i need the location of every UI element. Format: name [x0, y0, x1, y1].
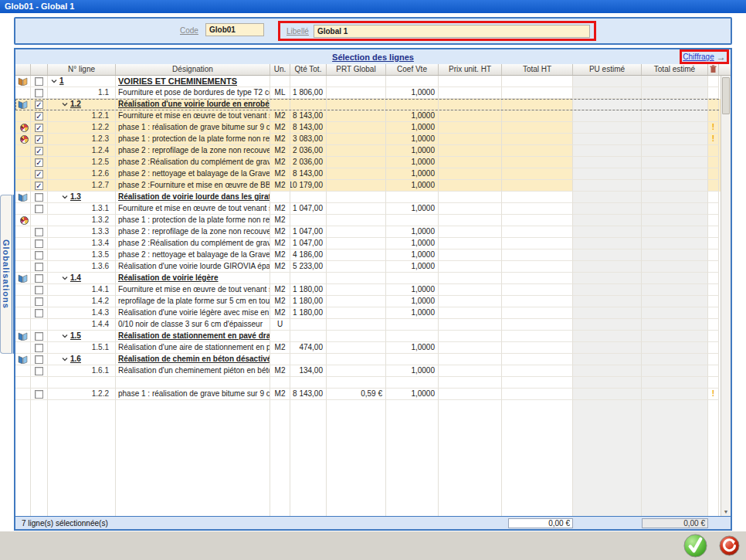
table-row[interactable]: 1.3.4phase 2 :Réalisation du complément … [15, 238, 731, 249]
table-row[interactable]: ✓1.2.6phase 2 : nettoyage et balayage de… [15, 168, 731, 180]
table-row[interactable]: 1.3Réalisation de voirie lourde dans les… [15, 192, 731, 203]
table-row[interactable]: 1.4.3Réalisation d'une voirie légère ave… [15, 307, 731, 319]
column-header-prt-global[interactable]: PRT Global [327, 64, 386, 75]
row-checkbox[interactable]: ✓ [35, 158, 43, 167]
row-checkbox[interactable] [35, 263, 43, 271]
row-checkbox[interactable] [35, 332, 43, 341]
row-checkbox[interactable] [35, 274, 43, 283]
cancel-button[interactable] [719, 535, 740, 556]
table-row[interactable]: ✓1.2.1Fourniture et mise en œuvre de tou… [15, 110, 731, 122]
book-icon [18, 76, 28, 86]
total-ht-field[interactable]: 0,00 € [508, 518, 573, 528]
table-row[interactable]: ✓1.2.4phase 2 : reprofilage de la zone n… [15, 145, 731, 157]
lines-grid: N° ligne Désignation Un. Qté Tot. PRT Gl… [15, 64, 731, 516]
vertical-scrollbar[interactable]: ▲ ▼ [721, 76, 731, 516]
globalisations-side-tab[interactable]: Globalisations [0, 195, 14, 354]
table-row[interactable]: 1.5Réalisation de stationnement en pavé … [15, 331, 731, 342]
row-checkbox[interactable] [35, 390, 43, 399]
line-number: 1.1 [48, 87, 115, 98]
pu-estime-cell [573, 226, 642, 238]
column-header-unite[interactable]: Un. [270, 64, 290, 75]
pu-estime-cell [573, 296, 642, 307]
column-header-prix-unit-ht[interactable]: Prix unit. HT [439, 64, 502, 75]
row-checkbox[interactable] [35, 228, 43, 236]
row-checkbox[interactable] [35, 205, 43, 213]
line-number: 1.3 [70, 192, 81, 202]
table-row[interactable]: ✓1.2.7phase 2 :Fourniture et mise en œuv… [15, 180, 731, 192]
row-checkbox-cell: ✓ [31, 157, 48, 168]
expand-icon[interactable] [62, 195, 68, 199]
row-checkbox[interactable] [35, 193, 43, 202]
chiffrage-link[interactable]: Chiffrage [683, 53, 714, 61]
table-row[interactable]: 1.6Réalisation de chemin en béton désact… [15, 354, 731, 365]
row-checkbox[interactable] [35, 297, 43, 306]
row-checkbox[interactable]: ✓ [35, 100, 43, 109]
row-checkbox-cell [31, 226, 48, 238]
expand-icon[interactable] [62, 357, 68, 361]
table-row[interactable]: 1.6.1Réalisation d'un cheminement piéton… [15, 365, 731, 377]
table-row[interactable]: 1.3.6Réalisation d'une voirie lourde GIR… [15, 261, 731, 273]
table-row[interactable]: 1.2.2phase 1 : réalisation de grave bitu… [15, 389, 731, 400]
column-header-pu-estime[interactable]: PU estimé [573, 64, 642, 75]
expand-icon[interactable] [62, 334, 68, 338]
row-checkbox[interactable] [35, 251, 43, 260]
row-checkbox[interactable] [35, 367, 43, 375]
prix-unit-ht-cell [439, 307, 502, 319]
libelle-input[interactable] [314, 25, 590, 38]
row-checkbox[interactable] [35, 286, 43, 294]
delete-column-header[interactable] [708, 64, 719, 75]
table-row[interactable]: 1.1Fourniture et pose de bordures de typ… [15, 87, 731, 99]
designation-text: phase 2 :Réalisation du complément de gr… [118, 157, 270, 168]
row-checkbox[interactable] [35, 89, 43, 97]
line-number-cell: 1.4 [48, 273, 116, 284]
row-checkbox[interactable]: ✓ [35, 135, 43, 144]
table-row[interactable]: 1.3.3phase 2 : reprofilage de la zone no… [15, 226, 731, 238]
column-header-designation[interactable]: Désignation [116, 64, 270, 75]
code-input[interactable] [205, 23, 264, 36]
table-row[interactable]: ✓1.2.3phase 1 : protection de la plate f… [15, 134, 731, 145]
row-checkbox[interactable]: ✓ [35, 112, 43, 120]
table-row[interactable]: 1VOIRIES ET CHEMINEMENTS [15, 76, 731, 87]
column-header-numero-ligne[interactable]: N° ligne [48, 64, 116, 75]
unit-cell: M2 [270, 296, 290, 307]
table-row[interactable]: 1.3.5phase 2 : nettoyage et balayage de … [15, 249, 731, 261]
designation-cell: phase 2 :Réalisation du complément de gr… [116, 238, 270, 249]
scroll-down-icon[interactable]: ▼ [721, 507, 731, 516]
row-checkbox[interactable]: ✓ [35, 124, 43, 132]
expand-icon[interactable] [51, 79, 57, 83]
row-checkbox[interactable]: ✓ [35, 182, 43, 190]
table-row[interactable]: 1.5.1Réalisation d'une aire de stationne… [15, 342, 731, 354]
table-row[interactable]: 1.3.1Fourniture et mise en œuvre de tout… [15, 203, 731, 215]
empty-row[interactable] [15, 377, 731, 389]
table-row[interactable]: 1.3.2phase 1 : protection de la plate fo… [15, 215, 731, 226]
table-row[interactable]: 1.4.2reprofilage de la plate forme sur 5… [15, 296, 731, 307]
header-form-panel: Code Libellé [14, 17, 732, 45]
qty-total-cell: 3 083,00 [290, 134, 327, 145]
table-row[interactable]: 1.4Réalisation de voirie légère [15, 273, 731, 284]
column-header-total-estime[interactable]: Total estimé [642, 64, 708, 75]
table-row[interactable]: ✓1.2.2phase 1 : réalisation de grave bit… [15, 122, 731, 134]
table-row[interactable]: ✓ 1.2Réalisation d'une voirie lourde en … [15, 99, 731, 110]
validate-button[interactable] [683, 534, 707, 558]
column-header-total-ht[interactable]: Total HT [502, 64, 573, 75]
row-checkbox[interactable] [35, 344, 43, 352]
expand-icon[interactable] [62, 102, 68, 107]
coef-vte-cell: 1,0000 [386, 110, 439, 122]
table-row[interactable]: 1.4.40/10 noir de classe 3 sur 6 cm d'ép… [15, 319, 731, 331]
row-checkbox[interactable] [35, 239, 43, 248]
row-icon-cell [15, 273, 31, 284]
row-checkbox[interactable]: ✓ [35, 170, 43, 178]
row-checkbox[interactable] [35, 309, 43, 317]
designation-text: phase 2 : nettoyage et balayage de la Gr… [118, 168, 270, 179]
column-header-coef-vte[interactable]: Coef Vte [386, 64, 439, 75]
row-checkbox[interactable]: ✓ [35, 147, 43, 155]
table-row[interactable]: 1.4.1Fourniture et mise en œuvre de tout… [15, 284, 731, 296]
row-checkbox[interactable] [35, 77, 43, 86]
scrollbar-thumb[interactable] [722, 77, 730, 114]
column-header-qte-tot[interactable]: Qté Tot. [290, 64, 327, 75]
warning-cell [708, 249, 719, 261]
expand-icon[interactable] [62, 276, 68, 280]
row-checkbox[interactable] [35, 355, 43, 364]
total-ht-cell [502, 342, 573, 354]
table-row[interactable]: ✓1.2.5phase 2 :Réalisation du complément… [15, 157, 731, 168]
